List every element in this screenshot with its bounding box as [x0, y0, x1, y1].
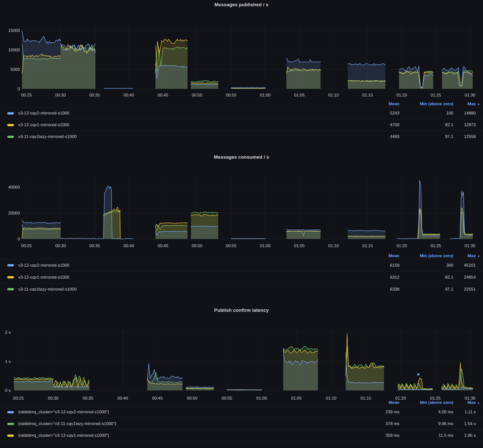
legend-row: {rabbitmq_cluster="v3-12-cqv2-mirrored-s…	[0, 406, 483, 418]
series-v3-12-cqv2-mirrored-s1000-fill	[348, 230, 385, 239]
series-label[interactable]: {rabbitmq_cluster="v3-12-cqv2-mirrored-s…	[18, 410, 364, 415]
series-color-swatch	[7, 423, 14, 425]
x-axis-tick-label: 00:25	[21, 243, 32, 248]
x-axis-tick-label: 00:40	[123, 93, 134, 98]
x-axis-tick-label: 01:25	[431, 243, 441, 248]
series-min-value: 97.1	[399, 287, 453, 292]
series-label[interactable]: v3-12-cqv1-mirrored-s1000	[18, 122, 364, 127]
legend-row: v3-12-cqv1-mirrored-s1000 4700 82.1 1297…	[0, 119, 483, 131]
y-axis-tick-label: 0	[18, 237, 20, 241]
legend-publish-confirm-latency: Mean Min (above zero) Max∧ {rabbitmq_clu…	[0, 401, 483, 442]
series-color-swatch	[7, 276, 14, 278]
legend-header-max[interactable]: Max∨	[453, 102, 476, 107]
legend-row: v3-12-cqv2-mirrored-s1000 6159 300 45101	[0, 259, 483, 271]
y-axis-tick-label: 5000	[10, 67, 20, 72]
x-axis-tick-label: 01:25	[430, 396, 441, 401]
series-v3-12-cqv2-mirrored-s1000-line	[231, 88, 265, 88]
x-axis-tick-label: 01:10	[328, 93, 339, 98]
grafana-dashboard: 05000100001500000:2500:3000:3500:4000:45…	[0, 0, 483, 448]
legend-row: {rabbitmq_cluster="v3-12-cqv1-mirrored-s…	[0, 430, 483, 441]
x-axis-tick-label: 01:20	[396, 243, 407, 248]
timeseries-charts-canvas[interactable]: 05000100001500000:2500:3000:3500:4000:45…	[0, 0, 483, 448]
series-max-value: 24654	[453, 275, 476, 280]
legend-header-max-label: Max	[468, 401, 476, 405]
sort-caret-icon: ∨	[477, 254, 480, 258]
series-mean-value: 6312	[364, 275, 399, 280]
panel-title[interactable]: Messages published / s	[0, 2, 483, 7]
legend-header-max[interactable]: Max∧	[453, 401, 476, 405]
series-v3-12-cqv2-mirrored-s1000-fill	[155, 231, 188, 239]
series-v3-12-cqv2-mirrored-s1000-fill	[348, 63, 385, 89]
series-color-swatch	[7, 264, 14, 266]
series-color-swatch	[7, 124, 14, 126]
series-cqv2-latency-fill	[14, 381, 53, 390]
series-min-value: 97.1	[399, 134, 453, 139]
series-mean-value: 4483	[364, 134, 399, 139]
series-label[interactable]: v3-12-cqv1-mirrored-s1000	[18, 275, 364, 280]
x-axis-tick-label: 01:00	[256, 396, 267, 401]
series-v3-12-cqv2-mirrored-s1000-fill	[286, 58, 321, 89]
x-axis-tick-label: 00:55	[226, 93, 237, 98]
x-axis-tick-label: 00:35	[89, 93, 100, 98]
legend-header: Mean Min (above zero) Max∨	[0, 101, 483, 107]
x-axis-tick-label: 00:35	[89, 243, 100, 248]
series-cqv1-latency-fill	[346, 334, 384, 390]
series-v3-12-cqv2-mirrored-s1000-fill	[442, 67, 473, 89]
series-cqv1-latency-line	[442, 363, 473, 389]
y-axis-tick-label: 2 s	[5, 330, 11, 335]
panel-title[interactable]: Publish confirm latency	[0, 308, 483, 313]
legend-header-mean[interactable]: Mean	[364, 401, 399, 405]
x-axis-tick-label: 01:15	[362, 243, 373, 248]
x-axis-tick-label: 01:20	[396, 93, 407, 98]
x-axis-tick-label: 00:25	[13, 396, 24, 401]
series-min-value: 9.96 ms	[399, 421, 453, 426]
series-label[interactable]: v3-11-cqv1lazy-mirrored-s1000	[18, 287, 364, 292]
series-cqv2-latency-line	[227, 390, 262, 390]
series-color-swatch	[7, 411, 14, 413]
series-max-value: 1.54 s	[453, 421, 476, 426]
y-axis-tick-label: 10000	[8, 48, 20, 52]
x-axis-tick-label: 01:00	[260, 243, 271, 248]
series-lazy-latency-line	[442, 369, 473, 389]
series-label[interactable]: {rabbitmq_cluster="v3-12-cqv1-mirrored-s…	[18, 433, 364, 438]
panel-title[interactable]: Messages consumed / s	[0, 154, 483, 160]
series-max-value: 1.95 s	[453, 433, 476, 438]
series-min-value: 82.1	[399, 122, 453, 127]
series-label[interactable]: v3-11-cqv1lazy-mirrored-s1000	[18, 134, 364, 139]
legend-header-min[interactable]: Min (above zero)	[399, 253, 453, 258]
x-axis-tick-label: 00:50	[192, 243, 202, 248]
series-label[interactable]: v3-12-cqv2-mirrored-s1000	[18, 111, 364, 116]
x-axis-tick-label: 00:55	[222, 396, 232, 401]
series-max-value: 22551	[453, 287, 476, 292]
legend-header-mean[interactable]: Mean	[364, 102, 399, 107]
x-axis-tick-label: 00:45	[158, 93, 168, 98]
x-axis-tick-label: 01:05	[294, 243, 305, 248]
legend-row: v3-11-cqv1lazy-mirrored-s1000 4483 97.1 …	[0, 131, 483, 142]
legend-header: Mean Min (above zero) Max∨	[0, 253, 483, 259]
x-axis-tick-label: 00:50	[187, 396, 198, 401]
y-axis-tick-label: 20000	[8, 211, 20, 216]
series-max-value: 1.11 s	[453, 410, 476, 415]
x-axis-tick-label: 01:10	[326, 396, 337, 401]
legend-row: v3-12-cqv2-mirrored-s1000 5243 100 14880	[0, 107, 483, 119]
y-axis-tick-label: 40000	[8, 185, 20, 190]
series-min-value: 4.00 ms	[399, 410, 453, 415]
series-color-swatch	[7, 435, 14, 437]
series-mean-value: 239 ms	[364, 410, 399, 415]
x-axis-tick-label: 00:45	[158, 243, 168, 248]
x-axis-tick-label: 00:30	[55, 243, 66, 248]
legend-header-min[interactable]: Min (above zero)	[399, 401, 453, 405]
x-axis-tick-label: 00:40	[123, 243, 134, 248]
legend-header-min[interactable]: Min (above zero)	[399, 102, 453, 107]
series-color-swatch	[7, 288, 14, 290]
legend-header-max[interactable]: Max∨	[453, 253, 476, 258]
legend-header: Mean Min (above zero) Max∧	[0, 401, 483, 406]
series-v3-12-cqv2-mirrored-s1000-fill	[397, 181, 440, 239]
series-color-swatch	[7, 136, 14, 138]
series-label[interactable]: {rabbitmq_cluster="v3-11-cqv1lazy-mirror…	[18, 421, 364, 426]
series-v3-12-cqv2-mirrored-s1000-fill	[61, 186, 133, 239]
series-max-value: 45101	[453, 263, 476, 268]
legend-header-mean[interactable]: Mean	[364, 253, 399, 258]
series-label[interactable]: v3-12-cqv2-mirrored-s1000	[18, 263, 364, 268]
series-v3-12-cqv2-mirrored-s1000-line	[61, 186, 133, 239]
